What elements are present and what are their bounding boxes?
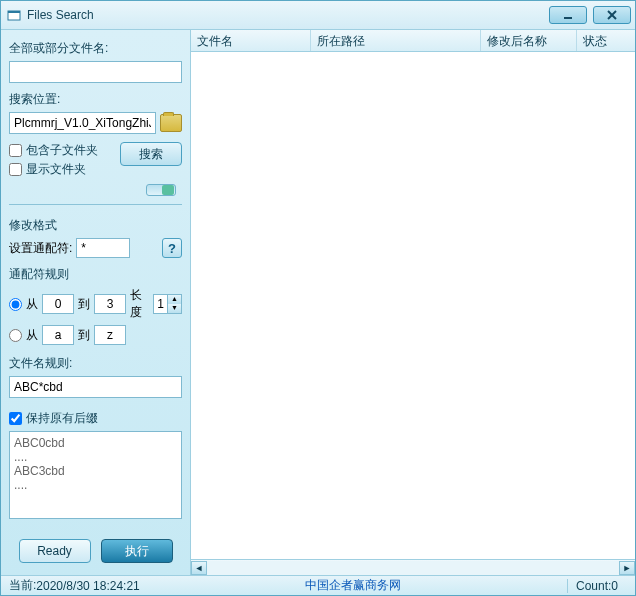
keep-extension-checkbox[interactable]: 保持原有后缀	[9, 410, 182, 427]
divider	[9, 204, 182, 205]
from-label-1: 从	[26, 296, 38, 313]
numeric-range-radio[interactable]	[9, 298, 22, 311]
scroll-right-icon[interactable]: ►	[619, 561, 635, 575]
results-panel: 文件名 所在路径 修改后名称 状态 ◄ ►	[191, 30, 635, 575]
name-rule-input[interactable]	[9, 376, 182, 398]
status-time: 2020/8/30 18:24:21	[36, 579, 139, 593]
filename-label: 全部或部分文件名:	[9, 40, 182, 57]
search-panel: 全部或部分文件名: 搜索位置: 包含子文件夹 显示文件夹 搜索	[1, 30, 191, 575]
char-from-input[interactable]	[42, 325, 74, 345]
app-window: Files Search 全部或部分文件名: 搜索位置: 包含子文件夹	[0, 0, 636, 596]
results-header: 文件名 所在路径 修改后名称 状态	[191, 30, 635, 52]
horizontal-scrollbar[interactable]: ◄ ►	[191, 559, 635, 575]
include-subfolders-label: 包含子文件夹	[26, 142, 98, 159]
modify-format-title: 修改格式	[9, 217, 182, 234]
col-status[interactable]: 状态	[577, 30, 635, 51]
name-rule-label: 文件名规则:	[9, 355, 182, 372]
body: 全部或部分文件名: 搜索位置: 包含子文件夹 显示文件夹 搜索	[1, 29, 635, 575]
num-to-input[interactable]	[94, 294, 126, 314]
include-subfolders-checkbox[interactable]: 包含子文件夹	[9, 142, 116, 159]
char-range-radio[interactable]	[9, 329, 22, 342]
browse-folder-icon[interactable]	[160, 114, 182, 132]
char-to-input[interactable]	[94, 325, 126, 345]
to-label-2: 到	[78, 327, 90, 344]
close-button[interactable]	[593, 6, 631, 24]
results-list[interactable]	[191, 52, 635, 559]
num-from-input[interactable]	[42, 294, 74, 314]
status-count: Count:0	[567, 579, 627, 593]
ready-button[interactable]: Ready	[19, 539, 91, 563]
preview-box: ABC0cbd .... ABC3cbd ....	[9, 431, 182, 519]
keep-extension-label: 保持原有后缀	[26, 410, 98, 427]
char-range-row: 从 到	[9, 325, 182, 345]
window-title: Files Search	[27, 8, 94, 22]
panel-toggle[interactable]	[146, 184, 176, 196]
footer-link[interactable]: 中国企者赢商务网	[305, 578, 401, 592]
length-label: 长度	[130, 287, 149, 321]
wildcard-rule-title: 通配符规则	[9, 266, 182, 283]
status-time-prefix: 当前:	[9, 577, 36, 594]
execute-button[interactable]: 执行	[101, 539, 173, 563]
filename-input[interactable]	[9, 61, 182, 83]
spinner-up-icon[interactable]: ▲	[168, 295, 181, 304]
search-button[interactable]: 搜索	[120, 142, 182, 166]
length-value: 1	[154, 297, 167, 311]
minimize-button[interactable]	[549, 6, 587, 24]
scroll-left-icon[interactable]: ◄	[191, 561, 207, 575]
status-bar: 当前: 2020/8/30 18:24:21 中国企者赢商务网 Count:0	[1, 575, 635, 595]
show-folders-label: 显示文件夹	[26, 161, 86, 178]
spinner-down-icon[interactable]: ▼	[168, 304, 181, 313]
location-label: 搜索位置:	[9, 91, 182, 108]
location-input[interactable]	[9, 112, 156, 134]
col-path[interactable]: 所在路径	[311, 30, 481, 51]
wildcard-label: 设置通配符:	[9, 240, 72, 257]
svg-rect-1	[8, 11, 20, 13]
titlebar: Files Search	[1, 1, 635, 29]
wildcard-input[interactable]	[76, 238, 130, 258]
from-label-2: 从	[26, 327, 38, 344]
numeric-range-row: 从 到 长度 1 ▲ ▼	[9, 287, 182, 321]
scroll-track[interactable]	[207, 561, 619, 575]
length-spinner[interactable]: 1 ▲ ▼	[153, 294, 182, 314]
to-label-1: 到	[78, 296, 90, 313]
help-icon[interactable]: ?	[162, 238, 182, 258]
col-renamed[interactable]: 修改后名称	[481, 30, 577, 51]
col-filename[interactable]: 文件名	[191, 30, 311, 51]
app-icon	[7, 8, 21, 22]
show-folders-checkbox[interactable]: 显示文件夹	[9, 161, 116, 178]
